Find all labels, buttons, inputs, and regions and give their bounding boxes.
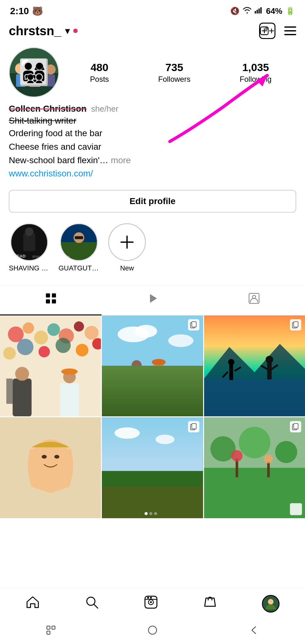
highlight-circle-new <box>108 223 146 261</box>
play-icon <box>147 293 158 307</box>
ghost-icon: 🐻 <box>32 6 43 16</box>
android-home-button[interactable] <box>147 625 158 638</box>
highlight-item-shaving[interactable]: HEAD @DKL82 SHAVING CH… <box>9 223 50 272</box>
chevron-down-icon[interactable]: ▾ <box>65 26 69 36</box>
svg-point-102 <box>239 427 270 458</box>
android-recent-button[interactable] <box>46 625 56 638</box>
svg-point-87 <box>42 455 47 458</box>
bio-link[interactable]: www.cchristison.com/ <box>9 169 296 179</box>
svg-point-44 <box>74 321 84 331</box>
svg-point-88 <box>54 455 59 458</box>
photo-cell-flowers[interactable] <box>0 315 101 416</box>
svg-point-48 <box>39 346 50 357</box>
svg-point-67 <box>132 360 142 370</box>
svg-point-56 <box>61 368 78 375</box>
svg-rect-15 <box>29 73 41 87</box>
svg-rect-2 <box>258 8 260 14</box>
highlight-item-guat[interactable]: back GUATGUTGU… <box>58 223 99 272</box>
highlight-item-new[interactable]: New <box>108 223 146 272</box>
bio-pronouns: she/her <box>91 104 119 114</box>
menu-line-1 <box>284 26 296 28</box>
following-label: Following <box>240 75 271 84</box>
photo-row2-2 <box>102 417 203 518</box>
svg-rect-68 <box>132 370 141 385</box>
svg-rect-54 <box>6 378 13 403</box>
svg-point-47 <box>17 339 33 355</box>
battery-icon: 🔋 <box>286 7 295 15</box>
svg-rect-27 <box>75 236 83 239</box>
svg-rect-125 <box>148 626 157 634</box>
svg-rect-57 <box>60 383 79 416</box>
bio-line-1: Shit-talking writer <box>9 116 296 126</box>
status-bar: 2:10 🐻 🔇 64% 🔋 <box>0 0 305 19</box>
svg-rect-25 <box>61 242 97 260</box>
svg-point-107 <box>264 454 273 463</box>
photo-cell-row2-1[interactable] <box>0 417 101 518</box>
edit-profile-button[interactable]: Edit profile <box>9 190 296 213</box>
highlight-label-new: New <box>120 264 134 272</box>
highlights-section: HEAD @DKL82 SHAVING CH… back GUATGUTGU… <box>0 220 305 282</box>
photo-cell-row2-3[interactable] <box>204 417 305 518</box>
photo-cell-landscape[interactable] <box>102 315 203 416</box>
svg-point-49 <box>56 338 71 353</box>
header-left[interactable]: chrstsn_ ▾ <box>9 24 78 38</box>
add-content-button[interactable] <box>259 23 275 39</box>
svg-point-16 <box>46 64 56 75</box>
svg-point-94 <box>145 512 148 515</box>
nav-search[interactable] <box>85 595 99 613</box>
svg-point-92 <box>114 427 140 439</box>
svg-text:back: back <box>64 255 70 258</box>
svg-rect-110 <box>294 424 298 429</box>
highlight-circle-guat: back <box>60 223 98 261</box>
svg-point-105 <box>231 450 242 461</box>
signal-icon <box>255 7 263 15</box>
tab-reels[interactable] <box>102 285 203 315</box>
following-stat[interactable]: 1,035 Following <box>240 61 271 84</box>
nav-home[interactable] <box>25 595 40 613</box>
nav-shop[interactable] <box>203 595 217 613</box>
svg-rect-31 <box>46 293 50 297</box>
avatar[interactable] <box>9 47 59 97</box>
multi-post-icon-2 <box>290 319 301 330</box>
posts-stat[interactable]: 480 Posts <box>90 61 109 84</box>
multi-post-icon-4 <box>290 421 301 432</box>
android-back-button[interactable] <box>249 625 259 638</box>
mute-icon: 🔇 <box>230 7 240 15</box>
svg-point-42 <box>47 323 60 336</box>
svg-rect-108 <box>290 503 302 515</box>
photo-cell-row2-2[interactable] <box>102 417 203 518</box>
android-nav <box>0 619 305 644</box>
nav-profile[interactable] <box>262 595 280 613</box>
shop-icon <box>203 595 217 613</box>
svg-rect-0 <box>255 11 256 14</box>
hamburger-menu-button[interactable] <box>284 26 296 35</box>
svg-rect-1 <box>257 10 258 14</box>
svg-rect-33 <box>46 299 50 303</box>
status-left: 2:10 🐻 <box>10 6 43 16</box>
home-icon <box>25 595 40 613</box>
grid-icon <box>45 293 57 307</box>
svg-point-41 <box>34 330 48 344</box>
avatar-image <box>10 48 58 97</box>
battery-text: 64% <box>266 6 282 16</box>
followers-label: Followers <box>158 75 191 84</box>
tab-tagged[interactable] <box>203 285 305 315</box>
posts-label: Posts <box>90 75 109 84</box>
followers-stat[interactable]: 735 Followers <box>158 61 191 84</box>
username[interactable]: chrstsn_ <box>9 24 61 38</box>
svg-rect-83 <box>294 322 298 327</box>
svg-rect-32 <box>52 293 56 297</box>
svg-rect-122 <box>47 626 50 629</box>
svg-point-121 <box>268 599 274 605</box>
photo-cell-sunset[interactable] <box>204 315 305 416</box>
photo-row2-3 <box>204 417 305 518</box>
tab-grid[interactable] <box>0 285 102 315</box>
profile-section: 480 Posts 735 Followers 1,035 Following <box>0 44 305 104</box>
bio-more[interactable]: more <box>111 155 131 165</box>
svg-point-118 <box>147 597 149 599</box>
svg-point-103 <box>275 441 297 463</box>
reels-icon <box>144 595 158 613</box>
status-right: 🔇 64% 🔋 <box>230 6 295 16</box>
photo-sunset <box>204 315 305 416</box>
nav-reels[interactable] <box>144 595 158 613</box>
